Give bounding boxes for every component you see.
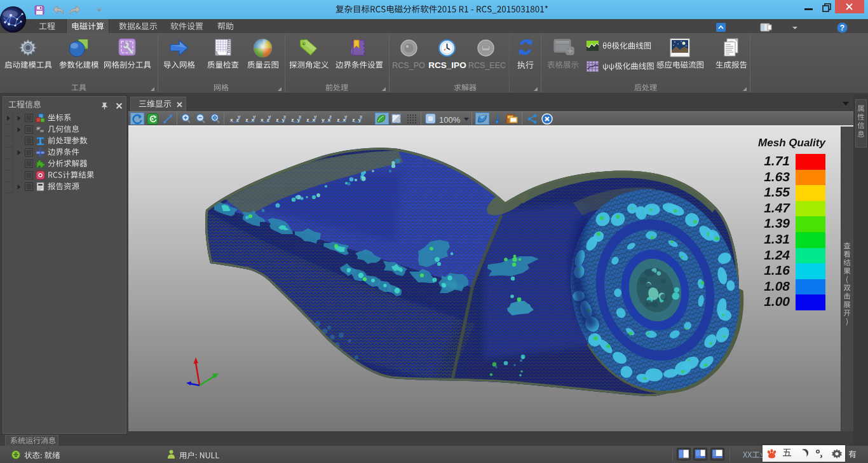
svg-text:?: ? bbox=[840, 24, 844, 32]
